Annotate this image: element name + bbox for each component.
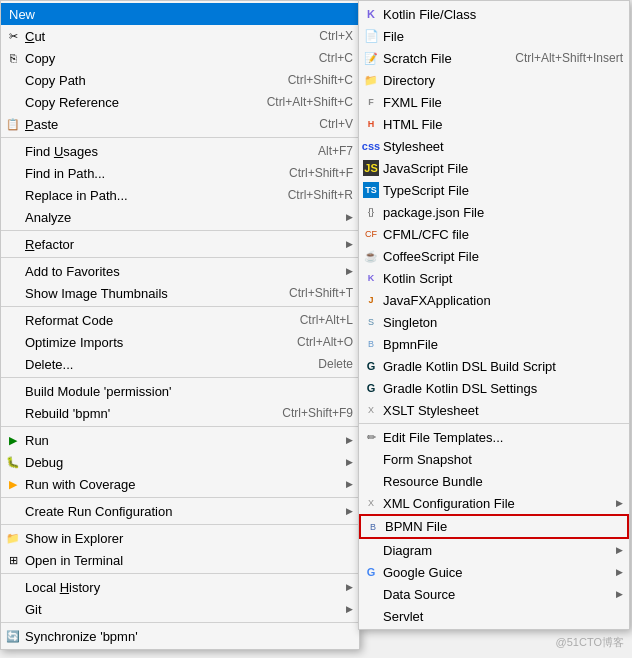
servlet-label: Servlet <box>383 609 623 624</box>
scratch-shortcut: Ctrl+Alt+Shift+Insert <box>495 51 623 65</box>
analyze-label: Analyze <box>25 210 342 225</box>
right-item-scratch[interactable]: 📝 Scratch File Ctrl+Alt+Shift+Insert <box>359 47 629 69</box>
history-label: Local History <box>25 580 342 595</box>
right-item-servlet[interactable]: Servlet <box>359 605 629 627</box>
right-item-file[interactable]: 📄 File <box>359 25 629 47</box>
menu-item-reformat[interactable]: Reformat Code Ctrl+Alt+L <box>1 309 359 331</box>
thumbnails-icon <box>5 285 21 301</box>
menu-item-local-history[interactable]: Local History <box>1 576 359 598</box>
coffeescript-label: CoffeeScript File <box>383 249 623 264</box>
thumbnails-shortcut: Ctrl+Shift+T <box>269 286 353 300</box>
package-json-icon: {} <box>363 204 379 220</box>
css-icon: css <box>363 138 379 154</box>
menu-item-thumbnails[interactable]: Show Image Thumbnails Ctrl+Shift+T <box>1 282 359 304</box>
debug-label: Debug <box>25 455 342 470</box>
menu-item-find-path[interactable]: Find in Path... Ctrl+Shift+F <box>1 162 359 184</box>
menu-item-paste[interactable]: 📋 Paste Ctrl+V <box>1 113 359 135</box>
watermark: @51CTO博客 <box>556 635 624 650</box>
html-label: HTML File <box>383 117 623 132</box>
sync-icon: 🔄 <box>5 628 21 644</box>
reformat-icon <box>5 312 21 328</box>
right-item-coffeescript[interactable]: ☕ CoffeeScript File <box>359 245 629 267</box>
right-item-singleton[interactable]: S Singleton <box>359 311 629 333</box>
menu-item-run[interactable]: ▶ Run <box>1 429 359 451</box>
menu-item-show-explorer[interactable]: 📁 Show in Explorer <box>1 527 359 549</box>
find-usages-icon <box>5 143 21 159</box>
directory-label: Directory <box>383 73 623 88</box>
menu-item-run-coverage[interactable]: ▶ Run with Coverage <box>1 473 359 495</box>
right-item-directory[interactable]: 📁 Directory <box>359 69 629 91</box>
menu-item-delete[interactable]: Delete... Delete <box>1 353 359 375</box>
right-separator-1 <box>359 423 629 424</box>
menu-item-replace-path[interactable]: Replace in Path... Ctrl+Shift+R <box>1 184 359 206</box>
form-snapshot-icon <box>363 451 379 467</box>
menu-item-optimize[interactable]: Optimize Imports Ctrl+Alt+O <box>1 331 359 353</box>
right-item-diagram[interactable]: Diagram <box>359 539 629 561</box>
copy-path-shortcut: Ctrl+Shift+C <box>268 73 353 87</box>
right-item-cfml[interactable]: CF CFML/CFC file <box>359 223 629 245</box>
menu-item-analyze[interactable]: Analyze <box>1 206 359 228</box>
singleton-label: Singleton <box>383 315 623 330</box>
menu-item-copy[interactable]: ⎘ Copy Ctrl+C <box>1 47 359 69</box>
right-item-javascript[interactable]: JS JavaScript File <box>359 157 629 179</box>
menu-item-synchronize[interactable]: 🔄 Synchronize 'bpmn' <box>1 625 359 647</box>
create-run-label: Create Run Configuration <box>25 504 342 519</box>
right-item-package-json[interactable]: {} package.json File <box>359 201 629 223</box>
kotlin-script-label: Kotlin Script <box>383 271 623 286</box>
menu-item-build-module[interactable]: Build Module 'permission' <box>1 380 359 402</box>
menu-header-text: New <box>9 7 353 22</box>
javascript-label: JavaScript File <box>383 161 623 176</box>
right-item-fxml[interactable]: F FXML File <box>359 91 629 113</box>
right-item-gradle-kotlin-settings[interactable]: G Gradle Kotlin DSL Settings <box>359 377 629 399</box>
right-item-form-snapshot[interactable]: Form Snapshot <box>359 448 629 470</box>
delete-label: Delete... <box>25 357 298 372</box>
right-item-bpmnfile[interactable]: B BpmnFile <box>359 333 629 355</box>
right-item-kotlin-class[interactable]: K Kotlin File/Class <box>359 3 629 25</box>
menu-item-git[interactable]: Git <box>1 598 359 620</box>
diagram-label: Diagram <box>383 543 612 558</box>
ts-icon: TS <box>363 182 379 198</box>
optimize-label: Optimize Imports <box>25 335 277 350</box>
menu-item-find-usages[interactable]: Find Usages Alt+F7 <box>1 140 359 162</box>
menu-item-debug[interactable]: 🐛 Debug <box>1 451 359 473</box>
right-item-edit-templates[interactable]: ✏ Edit File Templates... <box>359 426 629 448</box>
scratch-icon: 📝 <box>363 50 379 66</box>
gradle-kotlin-dsl-label: Gradle Kotlin DSL Build Script <box>383 359 623 374</box>
gradle-settings-icon: G <box>363 380 379 396</box>
find-path-label: Find in Path... <box>25 166 269 181</box>
thumbnails-label: Show Image Thumbnails <box>25 286 269 301</box>
right-item-stylesheet[interactable]: css Stylesheet <box>359 135 629 157</box>
right-item-typescript[interactable]: TS TypeScript File <box>359 179 629 201</box>
right-item-resource-bundle[interactable]: Resource Bundle <box>359 470 629 492</box>
right-item-kotlin-script[interactable]: K Kotlin Script <box>359 267 629 289</box>
menu-item-refactor[interactable]: Refactor <box>1 233 359 255</box>
copy-label: Copy <box>25 51 299 66</box>
find-usages-shortcut: Alt+F7 <box>298 144 353 158</box>
right-item-data-source[interactable]: Data Source <box>359 583 629 605</box>
right-item-bpmn-file[interactable]: B BPMN File <box>359 514 629 539</box>
menu-header: New <box>1 3 359 25</box>
typescript-label: TypeScript File <box>383 183 623 198</box>
copy-ref-shortcut: Ctrl+Alt+Shift+C <box>247 95 353 109</box>
cfml-label: CFML/CFC file <box>383 227 623 242</box>
menu-item-rebuild[interactable]: Rebuild 'bpmn' Ctrl+Shift+F9 <box>1 402 359 424</box>
right-item-xml-config[interactable]: X XML Configuration File <box>359 492 629 514</box>
menu-item-add-favorites[interactable]: Add to Favorites <box>1 260 359 282</box>
copy-ref-label: Copy Reference <box>25 95 247 110</box>
kotlin-class-label: Kotlin File/Class <box>383 7 623 22</box>
right-item-gradle-kotlin-dsl[interactable]: G Gradle Kotlin DSL Build Script <box>359 355 629 377</box>
right-item-javafx[interactable]: J JavaFXApplication <box>359 289 629 311</box>
resource-bundle-icon <box>363 473 379 489</box>
javafx-icon: J <box>363 292 379 308</box>
right-item-html[interactable]: H HTML File <box>359 113 629 135</box>
right-item-google-guice[interactable]: G Google Guice <box>359 561 629 583</box>
menu-item-cut[interactable]: ✂ Cut Ctrl+X <box>1 25 359 47</box>
separator-1 <box>1 137 359 138</box>
cfml-icon: CF <box>363 226 379 242</box>
right-item-xslt[interactable]: X XSLT Stylesheet <box>359 399 629 421</box>
menu-item-create-run[interactable]: Create Run Configuration <box>1 500 359 522</box>
coffee-icon: ☕ <box>363 248 379 264</box>
menu-item-copy-reference[interactable]: Copy Reference Ctrl+Alt+Shift+C <box>1 91 359 113</box>
menu-item-copy-path[interactable]: Copy Path Ctrl+Shift+C <box>1 69 359 91</box>
menu-item-open-terminal[interactable]: ⊞ Open in Terminal <box>1 549 359 571</box>
